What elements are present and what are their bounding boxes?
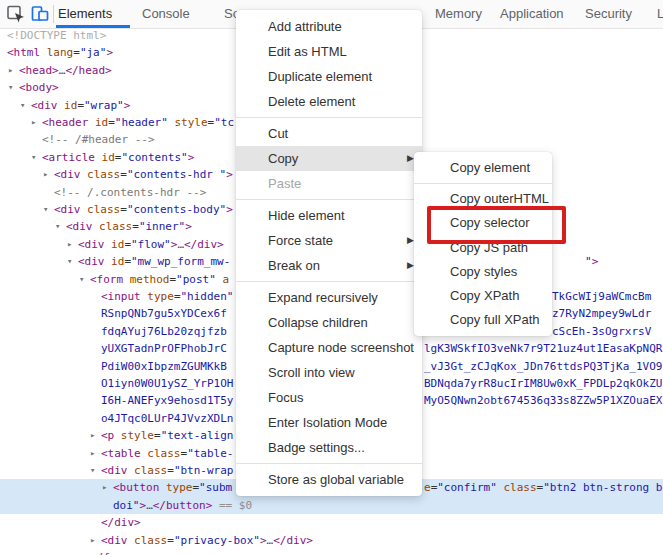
dom-node-text: <header id="header" style="tc	[42, 114, 234, 131]
dom-node-text: BDNqda7yrR8ucIrIM8Uw0xK_FPDLp2qkOkZUs	[424, 375, 663, 392]
menu-item-delete-element[interactable]: Delete element	[236, 89, 422, 114]
menu-item-force-state[interactable]: Force state▶	[236, 228, 422, 253]
menu-item-cut[interactable]: Cut	[236, 121, 422, 146]
dom-node-text: <div id="flow">…</div>	[78, 236, 224, 253]
submenu-arrow-icon: ▶	[407, 146, 414, 171]
tab-application[interactable]: Application	[500, 0, 564, 28]
menu-item-collapse-children[interactable]: Collapse children	[236, 310, 422, 335]
menu-item-paste[interactable]: Paste	[236, 171, 422, 196]
menu-item-enter-isolation-mode[interactable]: Enter Isolation Mode	[236, 410, 422, 435]
dom-node-text: <body>	[19, 79, 59, 96]
expand-arrow-icon[interactable]: ▸	[31, 114, 36, 131]
devtools-window: <!DOCTYPE html><html lang="ja">▸<head>…<…	[0, 0, 663, 555]
menu-item-expand-recursively[interactable]: Expand recursively	[236, 285, 422, 310]
copy-submenu: Copy elementCopy outerHTMLCopy selectorC…	[414, 152, 552, 336]
dom-node-text: <div class="btn-wrap	[101, 462, 233, 479]
dom-node-text: </form>	[90, 549, 136, 555]
dom-node-text: lgK3WSkfIO3veNk7r9T21uz4ut1EasaKpNQRr	[424, 340, 663, 357]
collapse-arrow-icon[interactable]: ▾	[79, 271, 84, 288]
expand-arrow-icon[interactable]: ▸	[90, 445, 95, 462]
toolbar-divider	[53, 5, 54, 23]
dom-node-text: MyO5QNwn2obt674536q33s8ZZw5P1XZOuaEXL	[424, 392, 663, 409]
submenu-arrow-icon: ▶	[407, 253, 414, 278]
dom-node-text: TkGcWIj9aWCmcBm	[552, 288, 651, 305]
dom-row-selected[interactable]: doi">…</button> == $0	[0, 497, 663, 514]
dom-row[interactable]: </form>	[0, 549, 663, 555]
menu-item-copy-xpath[interactable]: Copy XPath	[414, 284, 552, 308]
dom-node-text: ">	[585, 253, 598, 270]
dom-node-text: <div id="wrap">	[31, 97, 130, 114]
dom-node-text: <div id="mw_wp_form_mw-	[78, 253, 230, 270]
dom-node-text: <div class="privacy-box">…</div>	[101, 532, 313, 549]
menu-item-focus[interactable]: Focus	[236, 385, 422, 410]
collapse-arrow-icon[interactable]: ▾	[20, 97, 25, 114]
menu-item-duplicate-element[interactable]: Duplicate element	[236, 64, 422, 89]
menu-item-copy-full-xpath[interactable]: Copy full XPath	[414, 308, 552, 332]
dom-node-text: <input type="hidden"	[101, 288, 233, 305]
menu-item-hide-element[interactable]: Hide element	[236, 203, 422, 228]
menu-separator	[236, 281, 422, 282]
menu-separator	[236, 463, 422, 464]
dom-node-text: I6H-ANEFyx9ehosd1T5y	[101, 392, 233, 409]
dom-node-text: O1iyn0W0U1ySZ_YrP1OH	[101, 375, 233, 392]
tab-memory[interactable]: Memory	[435, 0, 482, 28]
dom-node-text: <head>…</head>	[19, 62, 112, 79]
menu-item-copy-styles[interactable]: Copy styles	[414, 260, 552, 284]
dom-node-text: <p style="text-align	[101, 427, 233, 444]
expand-arrow-icon[interactable]: ▸	[8, 62, 13, 79]
expand-arrow-icon[interactable]: ▸	[43, 166, 48, 183]
dom-node-text: PdiW00xIbpzmZGUMKkB	[101, 358, 227, 375]
menu-item-break-on[interactable]: Break on▶	[236, 253, 422, 278]
expand-arrow-icon[interactable]: ▸	[90, 532, 95, 549]
collapse-arrow-icon[interactable]: ▾	[67, 253, 72, 270]
tab-l[interactable]: L	[657, 0, 663, 28]
dom-node-text: <div class="contents-body">	[54, 201, 233, 218]
dom-node-text: RSnpQNb7gu5xYDCex6f	[101, 305, 227, 322]
expand-arrow-icon[interactable]: ▸	[90, 427, 95, 444]
menu-item-edit-as-html[interactable]: Edit as HTML	[236, 39, 422, 64]
dom-node-text: <!-- /.contents-hdr -->	[54, 184, 206, 201]
expand-arrow-icon[interactable]: ▸	[67, 236, 72, 253]
menu-separator	[236, 117, 422, 118]
element-context-menu: Add attributeEdit as HTMLDuplicate eleme…	[236, 10, 422, 496]
tab-console[interactable]: Console	[142, 0, 190, 28]
collapse-arrow-icon[interactable]: ▾	[43, 201, 48, 218]
dom-node-text: cScEh-3sOgrxrsV	[552, 323, 651, 340]
expand-arrow-icon[interactable]: ▸	[102, 479, 107, 496]
dom-node-text: <div class="inner">	[66, 218, 192, 235]
dom-row[interactable]: </div>	[0, 514, 663, 531]
collapse-arrow-icon[interactable]: ▾	[55, 218, 60, 235]
toggle-device-toolbar-icon[interactable]	[30, 4, 50, 24]
dom-node-text: <form method="post" a	[90, 271, 229, 288]
tab-security[interactable]: Security	[585, 0, 632, 28]
menu-item-scroll-into-view[interactable]: Scroll into view	[236, 360, 422, 385]
menu-item-copy[interactable]: Copy▶	[236, 146, 422, 171]
dom-node-text: o4JTqc0LUrP4JVvzXDLn	[101, 410, 233, 427]
dom-node-text: <!DOCTYPE html>	[7, 27, 106, 44]
tab-elements[interactable]: Elements	[58, 0, 112, 28]
menu-separator	[236, 199, 422, 200]
collapse-arrow-icon[interactable]: ▾	[31, 149, 36, 166]
dom-node-text: <div class="contents-hdr ">	[54, 166, 233, 183]
dom-node-text: </div>	[101, 514, 141, 531]
annotation-copy-selector	[427, 206, 566, 244]
dom-row[interactable]: ▸<div class="privacy-box">…</div>	[0, 532, 663, 549]
dom-node-text: yUXGTadnPrOFPhobJrC	[101, 340, 227, 357]
dom-node-text: fdqAYuj76Lb20zqjfzb	[101, 323, 227, 340]
dom-node-text: z7RyN2mpey9wLdr	[552, 305, 651, 322]
dom-node-text: <table class="table-	[101, 445, 233, 462]
dom-node-text: doi">…</button> == $0	[113, 497, 252, 514]
dom-node-text: <!-- /#header -->	[42, 131, 155, 148]
dom-node-text: e="confirm" class="btn2 btn-strong b	[424, 479, 662, 496]
inspect-element-icon[interactable]	[6, 4, 26, 24]
dom-node-text: <article id="contents">	[42, 149, 194, 166]
dom-node-text: _vJ3Gt_zCJqKox_JDn76ttdsPQ3TjKa_1VO9x	[424, 358, 663, 375]
collapse-arrow-icon[interactable]: ▾	[8, 79, 13, 96]
menu-item-copy-element[interactable]: Copy element	[414, 156, 552, 180]
menu-item-capture-node-screenshot[interactable]: Capture node screenshot	[236, 335, 422, 360]
menu-item-add-attribute[interactable]: Add attribute	[236, 14, 422, 39]
collapse-arrow-icon[interactable]: ▾	[90, 462, 95, 479]
menu-item-store-as-global-variable[interactable]: Store as global variable	[236, 467, 422, 492]
dom-node-text: <html lang="ja">	[7, 44, 113, 61]
menu-item-badge-settings[interactable]: Badge settings...	[236, 435, 422, 460]
